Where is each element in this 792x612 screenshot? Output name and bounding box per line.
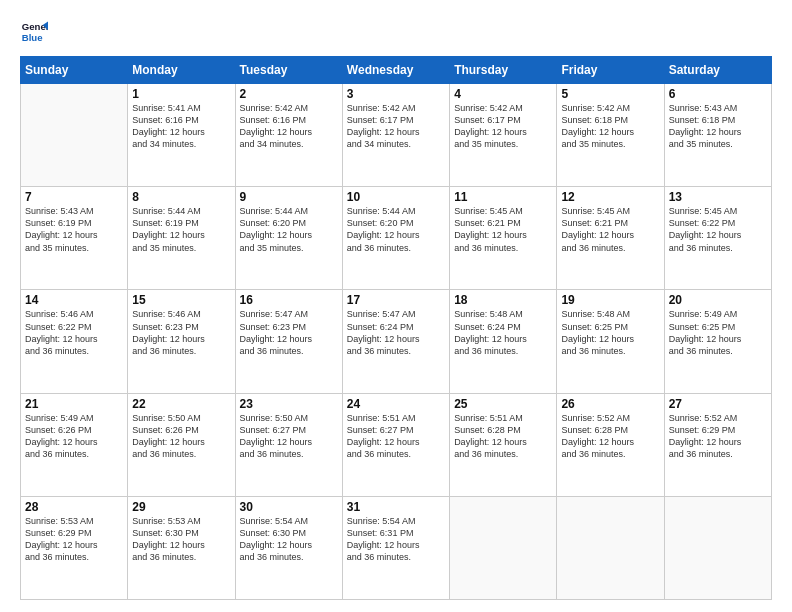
calendar-cell: 16Sunrise: 5:47 AM Sunset: 6:23 PM Dayli… xyxy=(235,290,342,393)
svg-text:General: General xyxy=(22,21,48,32)
day-info: Sunrise: 5:42 AM Sunset: 6:17 PM Dayligh… xyxy=(347,102,445,151)
header: General Blue xyxy=(20,18,772,46)
day-info: Sunrise: 5:42 AM Sunset: 6:17 PM Dayligh… xyxy=(454,102,552,151)
day-number: 8 xyxy=(132,190,230,204)
day-number: 25 xyxy=(454,397,552,411)
day-info: Sunrise: 5:41 AM Sunset: 6:16 PM Dayligh… xyxy=(132,102,230,151)
day-number: 19 xyxy=(561,293,659,307)
logo-icon: General Blue xyxy=(20,18,48,46)
day-info: Sunrise: 5:45 AM Sunset: 6:22 PM Dayligh… xyxy=(669,205,767,254)
calendar-cell: 1Sunrise: 5:41 AM Sunset: 6:16 PM Daylig… xyxy=(128,84,235,187)
calendar-cell: 21Sunrise: 5:49 AM Sunset: 6:26 PM Dayli… xyxy=(21,393,128,496)
day-number: 17 xyxy=(347,293,445,307)
calendar-header-tuesday: Tuesday xyxy=(235,57,342,84)
calendar-cell xyxy=(557,496,664,599)
calendar-cell: 4Sunrise: 5:42 AM Sunset: 6:17 PM Daylig… xyxy=(450,84,557,187)
calendar-cell: 23Sunrise: 5:50 AM Sunset: 6:27 PM Dayli… xyxy=(235,393,342,496)
calendar-week-row: 14Sunrise: 5:46 AM Sunset: 6:22 PM Dayli… xyxy=(21,290,772,393)
day-info: Sunrise: 5:49 AM Sunset: 6:26 PM Dayligh… xyxy=(25,412,123,461)
calendar-cell: 22Sunrise: 5:50 AM Sunset: 6:26 PM Dayli… xyxy=(128,393,235,496)
calendar-cell: 12Sunrise: 5:45 AM Sunset: 6:21 PM Dayli… xyxy=(557,187,664,290)
day-info: Sunrise: 5:50 AM Sunset: 6:26 PM Dayligh… xyxy=(132,412,230,461)
day-info: Sunrise: 5:46 AM Sunset: 6:23 PM Dayligh… xyxy=(132,308,230,357)
day-info: Sunrise: 5:48 AM Sunset: 6:24 PM Dayligh… xyxy=(454,308,552,357)
day-info: Sunrise: 5:54 AM Sunset: 6:31 PM Dayligh… xyxy=(347,515,445,564)
day-info: Sunrise: 5:53 AM Sunset: 6:30 PM Dayligh… xyxy=(132,515,230,564)
day-info: Sunrise: 5:47 AM Sunset: 6:23 PM Dayligh… xyxy=(240,308,338,357)
day-number: 30 xyxy=(240,500,338,514)
day-number: 18 xyxy=(454,293,552,307)
calendar-header-monday: Monday xyxy=(128,57,235,84)
calendar-cell: 3Sunrise: 5:42 AM Sunset: 6:17 PM Daylig… xyxy=(342,84,449,187)
calendar-week-row: 7Sunrise: 5:43 AM Sunset: 6:19 PM Daylig… xyxy=(21,187,772,290)
calendar-cell: 5Sunrise: 5:42 AM Sunset: 6:18 PM Daylig… xyxy=(557,84,664,187)
day-info: Sunrise: 5:45 AM Sunset: 6:21 PM Dayligh… xyxy=(454,205,552,254)
day-number: 26 xyxy=(561,397,659,411)
day-number: 22 xyxy=(132,397,230,411)
day-number: 21 xyxy=(25,397,123,411)
calendar-cell: 25Sunrise: 5:51 AM Sunset: 6:28 PM Dayli… xyxy=(450,393,557,496)
day-number: 6 xyxy=(669,87,767,101)
day-number: 29 xyxy=(132,500,230,514)
calendar-header-friday: Friday xyxy=(557,57,664,84)
day-number: 11 xyxy=(454,190,552,204)
calendar-cell: 26Sunrise: 5:52 AM Sunset: 6:28 PM Dayli… xyxy=(557,393,664,496)
calendar-week-row: 21Sunrise: 5:49 AM Sunset: 6:26 PM Dayli… xyxy=(21,393,772,496)
calendar-cell xyxy=(664,496,771,599)
calendar-cell: 18Sunrise: 5:48 AM Sunset: 6:24 PM Dayli… xyxy=(450,290,557,393)
calendar-cell: 9Sunrise: 5:44 AM Sunset: 6:20 PM Daylig… xyxy=(235,187,342,290)
day-info: Sunrise: 5:53 AM Sunset: 6:29 PM Dayligh… xyxy=(25,515,123,564)
calendar-cell xyxy=(21,84,128,187)
calendar-header-saturday: Saturday xyxy=(664,57,771,84)
day-number: 4 xyxy=(454,87,552,101)
day-info: Sunrise: 5:45 AM Sunset: 6:21 PM Dayligh… xyxy=(561,205,659,254)
day-number: 28 xyxy=(25,500,123,514)
day-info: Sunrise: 5:52 AM Sunset: 6:29 PM Dayligh… xyxy=(669,412,767,461)
calendar-cell: 11Sunrise: 5:45 AM Sunset: 6:21 PM Dayli… xyxy=(450,187,557,290)
calendar-cell: 29Sunrise: 5:53 AM Sunset: 6:30 PM Dayli… xyxy=(128,496,235,599)
day-number: 1 xyxy=(132,87,230,101)
day-number: 9 xyxy=(240,190,338,204)
calendar-cell: 10Sunrise: 5:44 AM Sunset: 6:20 PM Dayli… xyxy=(342,187,449,290)
day-info: Sunrise: 5:43 AM Sunset: 6:18 PM Dayligh… xyxy=(669,102,767,151)
day-info: Sunrise: 5:54 AM Sunset: 6:30 PM Dayligh… xyxy=(240,515,338,564)
day-number: 3 xyxy=(347,87,445,101)
calendar-cell: 7Sunrise: 5:43 AM Sunset: 6:19 PM Daylig… xyxy=(21,187,128,290)
day-number: 2 xyxy=(240,87,338,101)
calendar-cell xyxy=(450,496,557,599)
calendar-cell: 14Sunrise: 5:46 AM Sunset: 6:22 PM Dayli… xyxy=(21,290,128,393)
calendar-cell: 6Sunrise: 5:43 AM Sunset: 6:18 PM Daylig… xyxy=(664,84,771,187)
calendar-header-row: SundayMondayTuesdayWednesdayThursdayFrid… xyxy=(21,57,772,84)
day-info: Sunrise: 5:42 AM Sunset: 6:18 PM Dayligh… xyxy=(561,102,659,151)
day-info: Sunrise: 5:44 AM Sunset: 6:20 PM Dayligh… xyxy=(240,205,338,254)
calendar-cell: 28Sunrise: 5:53 AM Sunset: 6:29 PM Dayli… xyxy=(21,496,128,599)
calendar-cell: 31Sunrise: 5:54 AM Sunset: 6:31 PM Dayli… xyxy=(342,496,449,599)
day-number: 14 xyxy=(25,293,123,307)
day-info: Sunrise: 5:43 AM Sunset: 6:19 PM Dayligh… xyxy=(25,205,123,254)
day-info: Sunrise: 5:42 AM Sunset: 6:16 PM Dayligh… xyxy=(240,102,338,151)
day-number: 20 xyxy=(669,293,767,307)
day-number: 7 xyxy=(25,190,123,204)
calendar-header-sunday: Sunday xyxy=(21,57,128,84)
calendar-week-row: 1Sunrise: 5:41 AM Sunset: 6:16 PM Daylig… xyxy=(21,84,772,187)
calendar-table: SundayMondayTuesdayWednesdayThursdayFrid… xyxy=(20,56,772,600)
day-number: 24 xyxy=(347,397,445,411)
day-info: Sunrise: 5:44 AM Sunset: 6:19 PM Dayligh… xyxy=(132,205,230,254)
svg-text:Blue: Blue xyxy=(22,32,43,43)
day-number: 13 xyxy=(669,190,767,204)
day-info: Sunrise: 5:52 AM Sunset: 6:28 PM Dayligh… xyxy=(561,412,659,461)
day-info: Sunrise: 5:48 AM Sunset: 6:25 PM Dayligh… xyxy=(561,308,659,357)
day-info: Sunrise: 5:46 AM Sunset: 6:22 PM Dayligh… xyxy=(25,308,123,357)
calendar-cell: 15Sunrise: 5:46 AM Sunset: 6:23 PM Dayli… xyxy=(128,290,235,393)
day-number: 5 xyxy=(561,87,659,101)
logo: General Blue xyxy=(20,18,52,46)
day-number: 16 xyxy=(240,293,338,307)
calendar-cell: 17Sunrise: 5:47 AM Sunset: 6:24 PM Dayli… xyxy=(342,290,449,393)
day-info: Sunrise: 5:51 AM Sunset: 6:27 PM Dayligh… xyxy=(347,412,445,461)
day-number: 12 xyxy=(561,190,659,204)
calendar-cell: 19Sunrise: 5:48 AM Sunset: 6:25 PM Dayli… xyxy=(557,290,664,393)
calendar-cell: 27Sunrise: 5:52 AM Sunset: 6:29 PM Dayli… xyxy=(664,393,771,496)
day-number: 15 xyxy=(132,293,230,307)
calendar-cell: 24Sunrise: 5:51 AM Sunset: 6:27 PM Dayli… xyxy=(342,393,449,496)
day-number: 27 xyxy=(669,397,767,411)
